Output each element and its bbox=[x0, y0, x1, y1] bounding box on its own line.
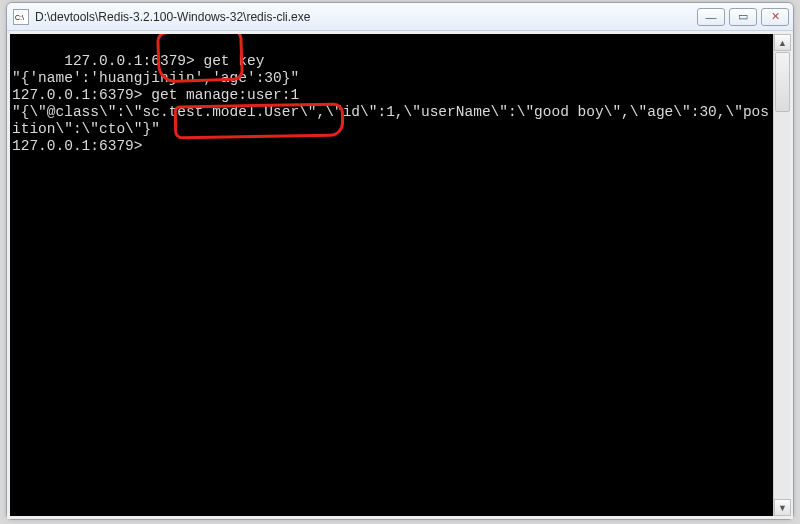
close-button[interactable]: ✕ bbox=[761, 8, 789, 26]
terminal-line: 127.0.0.1:6379> get key bbox=[64, 53, 264, 69]
terminal-line: "{'name':'huangjinjin','age':30}" bbox=[12, 70, 299, 86]
maximize-button[interactable]: ▭ bbox=[729, 8, 757, 26]
terminal-output[interactable]: 127.0.0.1:6379> get key "{'name':'huangj… bbox=[10, 34, 773, 516]
window-title: D:\devtools\Redis-3.2.100-Windows-32\red… bbox=[35, 10, 697, 24]
terminal-line: 127.0.0.1:6379> bbox=[12, 138, 143, 154]
vertical-scrollbar[interactable]: ▲ ▼ bbox=[773, 34, 790, 516]
minimize-button[interactable]: — bbox=[697, 8, 725, 26]
client-area: 127.0.0.1:6379> get key "{'name':'huangj… bbox=[7, 31, 793, 519]
scroll-up-button[interactable]: ▲ bbox=[774, 34, 791, 51]
terminal-line: "{\"@class\":\"sc.test.model.User\",\"id… bbox=[12, 104, 769, 137]
window-controls: — ▭ ✕ bbox=[697, 8, 789, 26]
scroll-thumb[interactable] bbox=[775, 52, 790, 112]
app-window: D:\devtools\Redis-3.2.100-Windows-32\red… bbox=[6, 2, 794, 520]
terminal-line: 127.0.0.1:6379> get manage:user:1 bbox=[12, 87, 299, 103]
app-icon bbox=[13, 9, 29, 25]
scroll-down-button[interactable]: ▼ bbox=[774, 499, 791, 516]
title-bar[interactable]: D:\devtools\Redis-3.2.100-Windows-32\red… bbox=[7, 3, 793, 31]
